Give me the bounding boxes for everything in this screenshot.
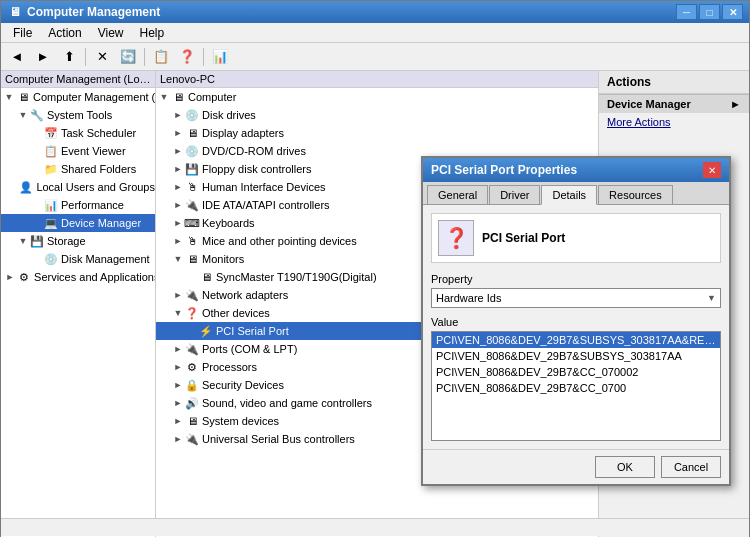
middle-tree-item[interactable]: ►💿Disk drives: [156, 106, 598, 124]
left-tree-item[interactable]: 💿Disk Management: [1, 250, 155, 268]
window-title: Computer Management: [27, 5, 676, 19]
cancel-button[interactable]: Cancel: [661, 456, 721, 478]
dialog-title-bar: PCI Serial Port Properties ✕: [423, 158, 729, 182]
tree-item-label: Device Manager: [61, 217, 141, 229]
tree-item-icon: ❓: [184, 305, 200, 321]
tree-expand-icon: ▼: [3, 91, 15, 103]
ok-button[interactable]: OK: [595, 456, 655, 478]
tree-expand-icon: ►: [4, 271, 16, 283]
stop-button[interactable]: ✕: [90, 46, 114, 68]
action-section-label: Device Manager: [607, 98, 691, 110]
value-list: PCI\VEN_8086&DEV_29B7&SUBSYS_303817AA&RE…: [431, 331, 721, 441]
export-button[interactable]: 📊: [208, 46, 232, 68]
middle-tree-item[interactable]: ►🖥Display adapters: [156, 124, 598, 142]
tree-item-icon: 🔌: [184, 431, 200, 447]
separator-2: [144, 48, 145, 66]
back-button[interactable]: ◄: [5, 46, 29, 68]
tree-item-label: Storage: [47, 235, 86, 247]
value-item-1[interactable]: PCI\VEN_8086&DEV_29B7&SUBSYS_303817AA: [432, 348, 720, 364]
tree-item-icon: ⌨: [184, 215, 200, 231]
left-tree-item[interactable]: 📁Shared Folders: [1, 160, 155, 178]
left-tree-item[interactable]: ►⚙Services and Applications: [1, 268, 155, 286]
tree-indent: [156, 289, 172, 301]
tree-expand-icon: ►: [172, 289, 184, 301]
tree-indent: [156, 163, 172, 175]
tree-expand-icon: [31, 253, 43, 265]
menu-help[interactable]: Help: [132, 24, 173, 42]
tree-item-label: Services and Applications: [34, 271, 156, 283]
value-item-0[interactable]: PCI\VEN_8086&DEV_29B7&SUBSYS_303817AA&RE…: [432, 332, 720, 348]
dialog-close-button[interactable]: ✕: [703, 162, 721, 178]
tree-indent: [156, 361, 172, 373]
left-tree-item[interactable]: 💻Device Manager: [1, 214, 155, 232]
tree-item-label: Floppy disk controllers: [202, 163, 311, 175]
tree-expand-icon: ►: [172, 415, 184, 427]
left-tree-item[interactable]: 👤Local Users and Groups: [1, 178, 155, 196]
tree-indent: [156, 235, 172, 247]
status-bar: [1, 518, 749, 536]
device-header: ❓ PCI Serial Port: [431, 213, 721, 263]
tree-indent: [156, 307, 172, 319]
left-tree-item[interactable]: 📅Task Scheduler: [1, 124, 155, 142]
left-tree-item[interactable]: 📋Event Viewer: [1, 142, 155, 160]
separator-3: [203, 48, 204, 66]
tab-general[interactable]: General: [427, 185, 488, 204]
tree-indent: [156, 253, 172, 265]
tree-item-label: Event Viewer: [61, 145, 126, 157]
window-icon: 🖥: [7, 4, 23, 20]
left-tree-item[interactable]: 📊Performance: [1, 196, 155, 214]
tree-item-label: Human Interface Devices: [202, 181, 326, 193]
tree-item-icon: ⚙: [16, 269, 32, 285]
tree-indent: [156, 397, 172, 409]
menu-view[interactable]: View: [90, 24, 132, 42]
menu-action[interactable]: Action: [40, 24, 89, 42]
action-more-actions[interactable]: More Actions: [599, 113, 749, 131]
tree-item-icon: 🖥: [184, 251, 200, 267]
tree-item-icon: 🔧: [29, 107, 45, 123]
properties-button[interactable]: 📋: [149, 46, 173, 68]
pci-serial-port-dialog: PCI Serial Port Properties ✕ General Dri…: [421, 156, 731, 486]
maximize-button[interactable]: □: [699, 4, 720, 20]
tree-indent: [156, 415, 172, 427]
up-button[interactable]: ⬆: [57, 46, 81, 68]
tree-item-label: Computer: [188, 91, 236, 103]
tree-item-label: Other devices: [202, 307, 270, 319]
tree-expand-icon: ►: [172, 145, 184, 157]
tab-driver[interactable]: Driver: [489, 185, 540, 204]
separator-1: [85, 48, 86, 66]
tree-item-label: Universal Serial Bus controllers: [202, 433, 355, 445]
tree-item-icon: 🖱: [184, 233, 200, 249]
tree-item-icon: 👤: [18, 179, 34, 195]
middle-tree-item[interactable]: ▼🖥Computer: [156, 88, 598, 106]
value-item-2[interactable]: PCI\VEN_8086&DEV_29B7&CC_070002: [432, 364, 720, 380]
left-tree-item[interactable]: ▼🔧System Tools: [1, 106, 155, 124]
tree-indent: [1, 163, 31, 175]
tree-item-label: System devices: [202, 415, 279, 427]
left-tree-item[interactable]: ▼🖥Computer Management (Local: [1, 88, 155, 106]
tab-resources[interactable]: Resources: [598, 185, 673, 204]
tree-expand-icon: ▼: [172, 253, 184, 265]
close-button[interactable]: ✕: [722, 4, 743, 20]
menu-file[interactable]: File: [5, 24, 40, 42]
tree-item-icon: 🔌: [184, 197, 200, 213]
property-label: Property: [431, 273, 721, 285]
tree-item-label: Task Scheduler: [61, 127, 136, 139]
tree-item-icon: 🔊: [184, 395, 200, 411]
dialog-tabs: General Driver Details Resources: [423, 182, 729, 205]
action-section-device-manager[interactable]: Device Manager ►: [599, 94, 749, 113]
minimize-button[interactable]: ─: [676, 4, 697, 20]
help-button[interactable]: ❓: [175, 46, 199, 68]
refresh-button[interactable]: 🔄: [116, 46, 140, 68]
left-tree-item[interactable]: ▼💾Storage: [1, 232, 155, 250]
forward-button[interactable]: ►: [31, 46, 55, 68]
device-name: PCI Serial Port: [482, 231, 565, 245]
tree-item-icon: 🖥: [198, 269, 214, 285]
tree-indent: [156, 127, 172, 139]
title-bar-buttons: ─ □ ✕: [676, 4, 743, 20]
property-dropdown-value: Hardware Ids: [436, 292, 501, 304]
property-dropdown[interactable]: Hardware Ids ▼: [431, 288, 721, 308]
value-item-3[interactable]: PCI\VEN_8086&DEV_29B7&CC_0700: [432, 380, 720, 396]
tree-item-icon: 🖥: [184, 413, 200, 429]
tab-details[interactable]: Details: [541, 185, 597, 205]
tree-item-label: Computer Management (Local: [33, 91, 156, 103]
